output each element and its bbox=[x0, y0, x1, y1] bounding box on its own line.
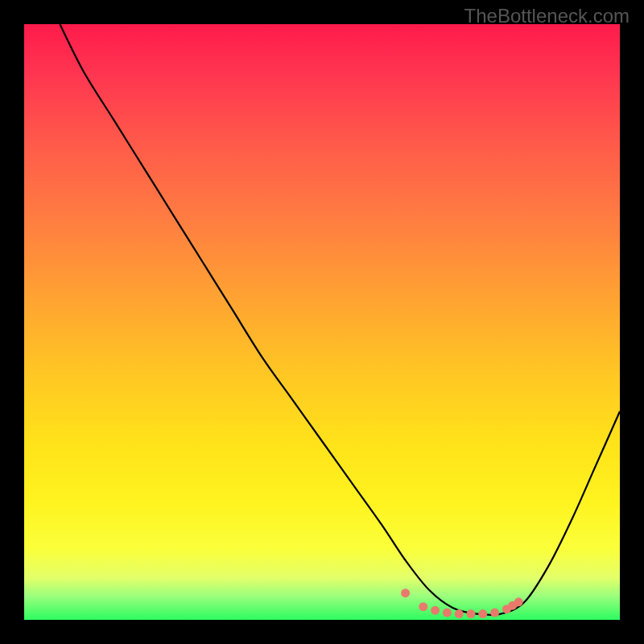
highlight-point bbox=[401, 588, 410, 597]
highlight-point bbox=[514, 597, 523, 606]
highlight-point bbox=[455, 609, 464, 618]
highlight-point bbox=[419, 602, 427, 611]
highlight-points bbox=[401, 588, 523, 618]
chart-svg bbox=[24, 24, 620, 620]
highlight-point bbox=[490, 609, 499, 617]
highlight-point bbox=[478, 609, 487, 618]
highlight-point bbox=[467, 609, 476, 618]
highlight-point bbox=[431, 606, 440, 615]
watermark-text: TheBottleneck.com bbox=[464, 5, 630, 27]
bottleneck-curve bbox=[60, 24, 620, 615]
highlight-point bbox=[443, 609, 452, 617]
plot-area bbox=[24, 24, 620, 620]
